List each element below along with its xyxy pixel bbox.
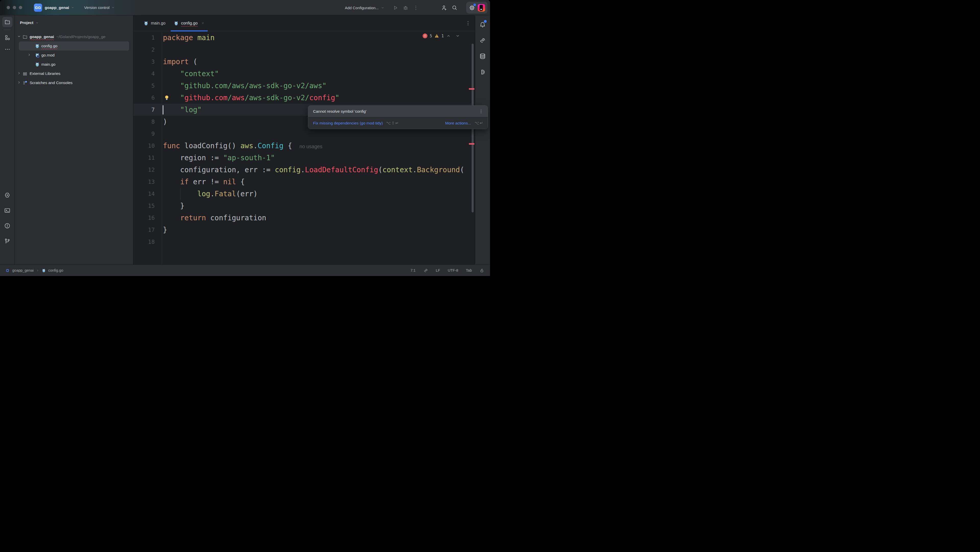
structure-icon[interactable] <box>2 32 13 43</box>
run-icon[interactable] <box>390 3 400 13</box>
problems-icon[interactable] <box>2 220 13 231</box>
project-tool-window: Project goapp_genai~/GolandProjects/goap… <box>15 15 133 265</box>
line-number: 7 <box>133 104 155 116</box>
editor-tabs: main.goconfig.go <box>133 15 475 31</box>
code-line-8: ) <box>163 116 167 128</box>
inspections-widget[interactable]: ! 5 1 <box>423 34 460 38</box>
notifications-icon[interactable] <box>477 19 488 30</box>
code-line-3: import ( <box>163 56 197 68</box>
tooltip-more-icon[interactable] <box>479 109 484 114</box>
tree-item-main-go[interactable]: main.go <box>15 60 133 69</box>
project-switcher[interactable]: goapp_genai <box>45 5 75 10</box>
line-number: 10 <box>133 140 155 152</box>
tab-label: main.go <box>151 21 165 26</box>
chevron-right-icon[interactable] <box>17 71 21 77</box>
line-number: 13 <box>133 176 155 188</box>
tab-label: config.go <box>181 21 197 26</box>
chevron-down-icon[interactable] <box>17 34 21 40</box>
caret-position[interactable]: 7:1 <box>410 268 415 273</box>
next-problem-icon[interactable] <box>455 34 460 38</box>
more-vertical-icon[interactable] <box>410 3 421 13</box>
search-icon[interactable] <box>449 3 460 13</box>
file-encoding[interactable]: UTF-8 <box>448 268 458 273</box>
indent-style[interactable]: Tab <box>466 268 472 273</box>
previous-problem-icon[interactable] <box>446 34 451 38</box>
project-path: ~/GolandProjects/goapp_ge <box>56 35 106 39</box>
tab-config-go[interactable]: config.go <box>170 15 209 31</box>
ai-assistant-icon[interactable] <box>423 268 428 273</box>
breadcrumb-file[interactable]: config.go <box>48 268 63 273</box>
go-file-icon <box>35 43 40 49</box>
tree-item-external-libraries[interactable]: External Libraries <box>15 69 133 78</box>
code-line-6: "github.com/aws/aws-sdk-go-v2/config" <box>163 92 339 104</box>
code-line-1: package main <box>163 32 215 44</box>
user-avatar[interactable] <box>478 4 485 11</box>
scratches-icon <box>22 80 27 86</box>
zoom-window-button[interactable] <box>19 6 22 9</box>
error-stripe-mark[interactable] <box>469 88 474 90</box>
version-control-menu[interactable]: Version control <box>84 5 115 10</box>
tree-item-go-mod[interactable]: go.mod <box>15 51 133 60</box>
toolbar-divider <box>4 30 11 30</box>
text-caret <box>163 105 164 115</box>
tree-item-scratches-and-consoles[interactable]: Scratches and Consoles <box>15 78 133 88</box>
line-number: 5 <box>133 80 155 92</box>
tree-item-label: goapp_genai <box>30 35 54 39</box>
run-configuration-dropdown[interactable]: Add Configuration... <box>345 6 385 10</box>
breadcrumb: goapp_genai config.go <box>5 268 63 273</box>
breadcrumb-project[interactable]: goapp_genai <box>12 268 34 273</box>
project-name: goapp_genai <box>45 5 69 10</box>
add-user-icon[interactable] <box>439 3 449 13</box>
titlebar: GG goapp_genai Version control Add Confi… <box>0 0 490 15</box>
fix-dependencies-action[interactable]: Fix missing dependencies (go mod tidy) <box>313 121 383 126</box>
folder-icon[interactable] <box>2 17 13 27</box>
line-number: 9 <box>133 128 155 140</box>
tab-options-icon[interactable] <box>465 15 471 31</box>
code-line-15: } <box>163 200 185 212</box>
inlay-hint: no usages <box>299 144 323 149</box>
folder-icon <box>22 34 27 40</box>
tree-item-label: config.go <box>41 44 57 48</box>
more-actions-link[interactable]: More actions... <box>445 121 471 126</box>
chevron-right-icon[interactable] <box>27 53 32 58</box>
line-number: 11 <box>133 152 155 164</box>
tree-item-label: Scratches and Consoles <box>30 80 73 85</box>
tree-item-goapp-genai[interactable]: goapp_genai~/GolandProjects/goapp_ge <box>15 32 133 41</box>
error-count: 5 <box>430 34 432 38</box>
code-editor[interactable]: 123456789101112131415161718 package main… <box>133 31 475 265</box>
line-number: 16 <box>133 212 155 224</box>
git-branch-icon[interactable] <box>2 236 13 246</box>
tab-main-go[interactable]: main.go <box>139 15 170 31</box>
error-stripe-mark[interactable] <box>469 143 474 145</box>
line-separator[interactable]: LF <box>436 268 440 273</box>
code-line-5: "github.com/aws/aws-sdk-go-v2/aws" <box>163 80 326 92</box>
code-line-12: configuration, err := config.LoadDefault… <box>163 164 464 176</box>
project-badge[interactable]: GG <box>34 3 42 12</box>
chevron-right-icon[interactable] <box>17 80 21 86</box>
line-number: 15 <box>133 200 155 212</box>
documentation-icon[interactable] <box>477 67 488 77</box>
project-panel-header[interactable]: Project <box>15 15 133 25</box>
lock-icon[interactable] <box>479 268 484 273</box>
minimize-window-button[interactable] <box>13 6 16 9</box>
terminal-icon[interactable] <box>2 205 13 215</box>
project-tree: goapp_genai~/GolandProjects/goapp_geconf… <box>15 32 133 88</box>
intention-lightbulb-icon[interactable] <box>164 94 170 101</box>
code-line-4: "context" <box>163 68 219 80</box>
code-line-13: if err != nil { <box>163 176 245 188</box>
fix-shortcut: ⌥⇧↵ <box>386 121 399 126</box>
run-hexagon-icon[interactable] <box>2 190 13 200</box>
go-mod-icon <box>35 53 40 59</box>
indent-guide <box>180 188 181 200</box>
settings-notification-dot <box>473 3 476 6</box>
status-bar: goapp_genai config.go 7:1 LF UTF-8 Tab <box>0 265 490 276</box>
tree-item-config-go[interactable]: config.go <box>15 41 133 51</box>
close-icon[interactable] <box>201 21 205 25</box>
more-horizontal-icon[interactable] <box>2 44 13 54</box>
close-window-button[interactable] <box>6 6 10 9</box>
database-icon[interactable] <box>477 51 488 61</box>
line-number: 18 <box>133 236 155 248</box>
debug-icon[interactable] <box>400 3 410 13</box>
ai-assistant-icon[interactable] <box>477 35 488 45</box>
code-line-10: func loadConfig() aws.Config { no usages <box>163 140 323 153</box>
